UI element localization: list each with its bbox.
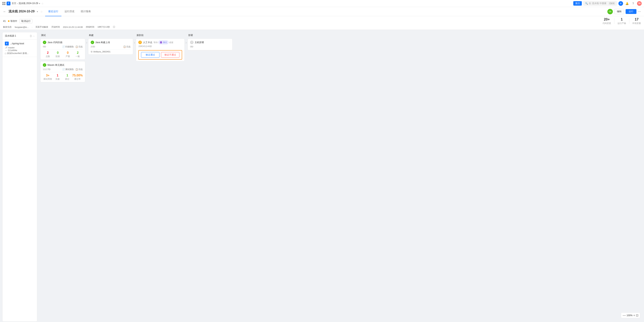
header-right: FA 编辑 运行 ··· xyxy=(608,9,641,14)
zoom-fit-button[interactable]: ⊡ xyxy=(636,314,638,317)
trigger-label: 触发信息 xyxy=(3,25,12,28)
reject-button[interactable]: 验证不通过 xyxy=(161,52,180,58)
search-icon: 🔍 xyxy=(585,2,588,5)
task-java-scan: ✓ Java 代码扫描 9秒 📄 扫描报告 📋 日志 xyxy=(40,38,85,60)
info-icon[interactable]: ⓘ xyxy=(113,25,115,28)
task-build-title: Java 构建上传 xyxy=(95,41,110,44)
metric-general: 2 一般 xyxy=(73,51,83,58)
task-scan-header: ✓ Java 代码扫描 xyxy=(40,39,85,45)
artifact-name: Artifacts_3663401 xyxy=(94,50,111,53)
stat-env-vars: 17 环境变量 xyxy=(632,17,641,25)
nav-left: F 首页 › 流水线 2024-10-29 ▾ ☆ xyxy=(2,1,44,5)
add-button[interactable]: + xyxy=(618,1,623,6)
metric-pass-rate: 75.00% 通过率 xyxy=(72,74,83,80)
artifact-icon: ◎ xyxy=(91,50,92,53)
breadcrumb: 首页 › 流水线 2024-10-29 ▾ xyxy=(12,2,40,5)
cancel-run-button[interactable]: 取消运行 xyxy=(20,19,32,23)
task-deploy-time: 0秒 xyxy=(190,45,193,48)
title-dropdown[interactable]: ▾ xyxy=(37,10,38,13)
source-collapse-btn[interactable]: ⟨⟩ xyxy=(30,34,32,37)
stage-header-test: 测试 xyxy=(40,32,85,38)
build-log-link[interactable]: 📋 日志 xyxy=(123,45,130,48)
grid-menu-icon[interactable] xyxy=(2,2,6,5)
stage-header-build: 构建 xyxy=(88,32,133,38)
commit-icon: → xyxy=(5,49,7,51)
trigger-type: 页面手动触发 xyxy=(36,25,48,28)
breadcrumb-home[interactable]: 首页 xyxy=(12,2,16,5)
edit-button[interactable]: 编辑 xyxy=(614,9,624,14)
task-scan-time: 9秒 xyxy=(43,45,46,48)
breadcrumb-current: 流水线 2024-10-29 xyxy=(18,2,38,5)
task-maven-title: Maven 单元测试 xyxy=(48,63,64,67)
task-build-header: ✓ Java 构建上传 xyxy=(88,39,133,45)
metric-skip: 1 跳过 xyxy=(62,74,72,80)
approval-buttons: 验证通过 验证不通过 xyxy=(138,50,182,60)
run-button[interactable]: 运行 xyxy=(626,9,636,14)
user-avatar[interactable]: YA xyxy=(637,1,642,6)
help-button[interactable]: ? xyxy=(631,1,636,6)
demo-button[interactable]: 激活 xyxy=(573,1,582,5)
task-build-time: 20秒 xyxy=(91,45,95,48)
stat-artifacts: 1 运行产物 xyxy=(618,17,626,25)
metric-severe: 0 严重 xyxy=(63,51,73,58)
task-scan-title: Java 代码扫描 xyxy=(48,41,62,44)
duration: 18时7分13秒 xyxy=(98,25,110,28)
breadcrumb-dropdown[interactable]: ▾ xyxy=(39,2,40,5)
header-left: ← 流水线 2024-10-29 ▾ ☆ 最近运行 运行历史 统计报表 xyxy=(3,7,94,16)
trigger-user: fangqian@te... xyxy=(15,26,29,28)
source-repo-item: F .../spring-boot ⎇ master → 211d494e □ … xyxy=(2,40,37,57)
back-button[interactable]: ← xyxy=(3,10,6,13)
report-icon: 📄 xyxy=(62,45,65,48)
source-commit: → 211d494e xyxy=(5,49,35,51)
scan-log-link[interactable]: 📋 日志 xyxy=(75,45,83,48)
page-header: ← 流水线 2024-10-29 ▾ ☆ 最近运行 运行历史 统计报表 FA 编… xyxy=(0,7,644,16)
zoom-in-button[interactable]: + xyxy=(633,314,635,317)
zoom-level: 100% xyxy=(626,314,632,317)
notification-button[interactable]: 🔔 xyxy=(625,1,629,6)
run-number: #1 xyxy=(3,20,6,22)
stage-header-deploy: 部署 xyxy=(188,32,232,38)
tab-stats[interactable]: 统计报表 xyxy=(78,7,94,16)
stages-area: 测试 ✓ Java 代码扫描 9秒 📄 扫描报告 xyxy=(40,32,642,322)
star-button[interactable]: ☆ xyxy=(41,2,44,5)
source-panel-actions: ⟨⟩ ··· xyxy=(30,34,35,37)
arrow-test-build: › xyxy=(86,32,88,322)
search-shortcut: Ctrl K xyxy=(609,2,615,5)
stat-code-changes: 20+ 代码变更 xyxy=(602,17,611,25)
zoom-controls: — 100% + ⊡ xyxy=(621,313,640,318)
more-button[interactable]: ··· xyxy=(638,9,641,13)
log-icon2: 📋 xyxy=(75,68,78,71)
task-java-build: ✓ Java 构建上传 20秒 📋 日志 xyxy=(88,38,133,55)
arrow-build-new: › xyxy=(134,32,135,322)
report-icon2: 📄 xyxy=(62,68,65,71)
start-time-label: 开始时间 xyxy=(51,25,60,28)
msg-icon: □ xyxy=(5,52,6,55)
tab-recent-runs[interactable]: 最近运行 xyxy=(45,7,62,16)
zoom-out-button[interactable]: — xyxy=(623,314,626,317)
pipeline-star[interactable]: ☆ xyxy=(40,10,43,13)
tab-run-history[interactable]: 运行历史 xyxy=(62,7,78,16)
maven-report-link[interactable]: 📄 测试报告 xyxy=(62,68,74,71)
task-scan-status: ✓ xyxy=(43,41,46,44)
source-panel: 流水线源·1 ⟨⟩ ··· F .../spring-boot ⎇ master… xyxy=(2,32,37,322)
stage-test: 测试 ✓ Java 代码扫描 9秒 📄 扫描报告 xyxy=(40,32,86,322)
metric-total: 2 总数 xyxy=(43,51,53,58)
task-deploy-title: 主机部署 xyxy=(195,41,204,44)
or-text: 或签 xyxy=(169,41,174,44)
approve-button[interactable]: 验证通过 xyxy=(141,52,160,58)
source-more-btn[interactable]: ··· xyxy=(32,34,35,37)
breadcrumb-sep: › xyxy=(17,2,18,5)
source-logo: F xyxy=(5,42,9,45)
task-manual-gate: ⏱ 人工卡点 等待 验证 或签 28时45分46秒 验 xyxy=(136,38,185,61)
stage-new: 新阶段 ⏱ 人工卡点 等待 验证 或签 xyxy=(135,32,186,322)
branch-icon: ⎇ xyxy=(5,46,7,49)
source-branch: ⎇ master xyxy=(5,46,35,49)
task-gate-title: 人工卡点 xyxy=(143,41,152,44)
scan-report-link[interactable]: 📄 扫描报告 xyxy=(62,45,74,48)
search-box[interactable]: 🔍 在 流水线 中搜索 Ctrl K xyxy=(583,1,617,5)
status-text: 等待中 xyxy=(10,19,17,23)
log-icon3: 📋 xyxy=(123,45,126,48)
maven-metrics: 3+ 测试用例 1 失败 1 跳过 75.00% xyxy=(40,72,85,82)
log-icon: 📋 xyxy=(75,45,78,48)
maven-log-link[interactable]: 📋 日志 xyxy=(75,68,83,71)
